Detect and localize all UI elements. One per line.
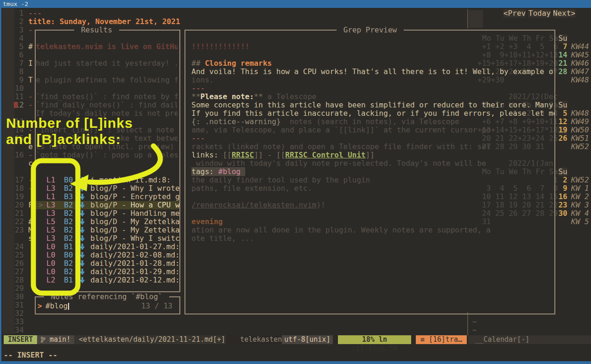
line-number: 8 (15, 68, 24, 76)
result-row[interactable]: L0B2daily/2021-01-28.md:10 (36, 259, 179, 268)
links-count: L0 (46, 268, 55, 276)
preview-text-segment: And voila! This is how a CPU works! That… (191, 67, 555, 76)
gutter-char: s (28, 234, 33, 243)
preview-text-segment: evening (191, 217, 222, 226)
mode-indicator: INSERT (4, 335, 37, 344)
empty-line-tilde: ~ (472, 326, 477, 334)
gutter-char: c (28, 159, 33, 168)
calendar-sunday[interactable]: 26 (558, 134, 567, 143)
result-text: blog/D - My Zettelkast (90, 218, 180, 226)
empty-line-tilde: ~ (472, 318, 477, 326)
calendar-sunday[interactable]: 7 (558, 43, 567, 51)
result-row[interactable]: L1B3blog/P - Encrypted git (36, 193, 179, 201)
backlinks-count: B0 (64, 176, 73, 184)
line-number: 9 (15, 76, 24, 84)
backlinks-count: B2 (64, 184, 73, 193)
buffer-line: --- (28, 9, 42, 18)
calendar-next-button[interactable]: Next> (553, 9, 575, 18)
result-row[interactable]: L5B2blog/D - My Zettelkast (36, 226, 179, 234)
calendar-sunday[interactable]: 12 (558, 118, 567, 126)
line-number: 5 (15, 43, 24, 51)
result-text-match: How a CPU wor (131, 201, 180, 209)
links-count: L0 (46, 251, 55, 259)
diagnostic-sign (14, 102, 18, 108)
calendar-week-number: KW52 (571, 176, 589, 184)
result-row[interactable]: L5B2blog/D - My Zettelkast (36, 218, 179, 226)
result-row[interactable]: L3B2blog/P - Why I switche (36, 234, 179, 243)
result-row[interactable]: L0B2daily/2021-01-29.md:5: (36, 268, 179, 276)
calendar-corner-block (469, 10, 483, 28)
down-arrow-icon (79, 210, 85, 217)
line-number: 17 (15, 176, 24, 184)
line-number: 19 (15, 193, 24, 201)
preview-line: /renerocksai/telekasten.nvim)! (191, 201, 325, 209)
terminal-frame-bottom (0, 361, 591, 364)
preview-text-segment: )! (317, 201, 325, 209)
result-row[interactable]: L0B0daily/2021-02-08.md:8: (36, 251, 179, 259)
calendar-sunday[interactable]: 30 (558, 209, 567, 218)
buffer-bullet: - (28, 151, 33, 159)
mode-message: -- INSERT -- (4, 351, 57, 359)
line-number: 23 (15, 226, 24, 234)
calendar-sunday-header: Su (558, 168, 567, 176)
links-count: L3 (46, 184, 55, 193)
backlinks-count: B2 (64, 226, 73, 234)
text-cursor (68, 303, 69, 310)
preview-text-segment: RRISC (232, 151, 254, 159)
grep-preview-window: !!!!!!!!!!!!!## Closing remarksAnd voila… (184, 30, 555, 314)
backlinks-count: B3 (64, 193, 73, 201)
preview-line: ame, via Telescope, and place a `[[link]… (191, 126, 490, 134)
calendar-week-number: KW 2 (571, 193, 589, 201)
preview-text-segment: ]] - [[ (254, 151, 285, 159)
down-arrow-icon (79, 244, 85, 250)
preview-line: ## Closing remarks (191, 59, 272, 68)
result-text: blog/P - Why I wrote m (90, 184, 180, 193)
down-arrow-icon (79, 194, 85, 200)
result-text: daily/2021-01-29.md:5: (90, 268, 180, 276)
window-separator-bottom (467, 312, 468, 335)
calendar-sunday-header: Su (558, 101, 567, 109)
calendar-week-number: KW 5 (571, 218, 589, 226)
result-row[interactable]: L0B1daily/2021-01-27.md:6: (36, 243, 179, 251)
preview-text-segment: the daily finder tool used by the plugin (191, 176, 370, 184)
buffer-bullet: - (28, 176, 33, 184)
preview-line: paths, file extension, etc. (191, 184, 312, 193)
down-arrow-icon (79, 269, 85, 275)
calendar-prev-button[interactable]: <Prev (503, 9, 526, 18)
backlinks-count: B1 (64, 243, 73, 251)
preview-text-segment: a Telescope (263, 92, 317, 101)
result-text: daily/2021-01-27.md:6: (90, 243, 180, 251)
result-row[interactable]: L3B2blog/P - Why I wrote m (36, 184, 179, 193)
result-row[interactable]: L2B1daily/2021-02-12.md:10 (36, 276, 179, 284)
calendar-sunday[interactable]: 19 (558, 126, 567, 134)
result-row[interactable]: L1B0i mention it.md:8: (36, 176, 179, 184)
calendar-week-number: KW48 (571, 109, 589, 118)
calendar-sunday[interactable]: 9 (558, 184, 567, 193)
result-row[interactable]: L3B2blog/P - Handling merg (36, 209, 179, 218)
calendar-sunday-header: Su (558, 34, 567, 43)
down-arrow-icon (79, 260, 85, 267)
calendar-week-number: KW 3 (571, 201, 589, 209)
search-input[interactable]: #blog (45, 302, 68, 310)
result-row[interactable]: >L3B2blog/P - How a CPU wor (36, 201, 179, 209)
calendar-sunday[interactable]: 23 (558, 201, 567, 209)
calendar-sunday[interactable]: 21 (558, 59, 567, 68)
preview-text-segment: ation are now all done in the plugin. We… (191, 226, 490, 234)
line-number: 20 (15, 201, 24, 209)
preview-line: rackets (linked note) and open a Telesco… (191, 143, 490, 151)
calendar-sunday[interactable]: 16 (558, 193, 567, 201)
plugin-name: telekasten (240, 335, 282, 344)
calendar-sunday[interactable]: 14 (558, 51, 567, 59)
calendar-today-button[interactable]: Today (528, 9, 551, 18)
preview-text-segment: window with today's daily note pre-selec… (191, 159, 486, 168)
prompt-window-title: Notes referencing `#blog` (44, 293, 169, 301)
backlinks-count: B2 (64, 259, 73, 268)
line-number: 25 (15, 251, 24, 259)
preview-line: the daily finder tool used by the plugin (191, 176, 370, 184)
terminal-window: tmux -2 123-45#67I89T1011-12-1314-15-e16… (0, 0, 591, 364)
preview-line: --- (191, 84, 205, 93)
calendar-sunday[interactable]: 2 (558, 176, 567, 184)
calendar-sunday[interactable]: 28 (558, 68, 567, 76)
buffer-tab-segment: ≡ [16]tra… (416, 335, 467, 344)
calendar-sunday[interactable]: 5 (558, 109, 567, 118)
